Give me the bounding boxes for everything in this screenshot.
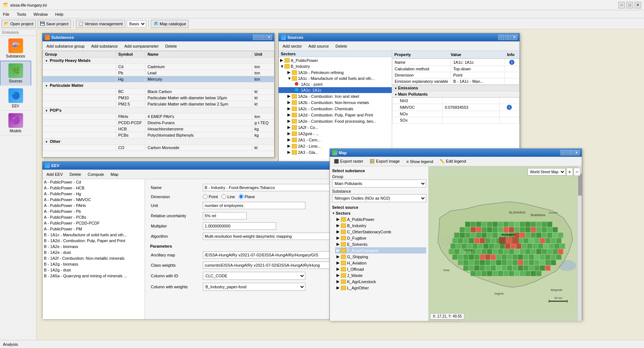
add-substance-group-btn[interactable]: Add substance group [44,43,87,49]
export-raster-btn[interactable]: ⬛ Export raster [331,158,366,165]
sources-close[interactable]: ✕ [511,35,517,40]
edit-legend-btn[interactable]: ✏️ Edit legend [437,158,469,165]
zoom-in-btn[interactable]: + [566,168,573,176]
eev-b-1a2f[interactable]: B - 1A2f - Combustion: Non-metallic mine… [42,255,145,261]
nmvoc-info[interactable]: i [499,104,519,111]
subst-co-row[interactable]: CO Carbon Monoxide kt [43,145,274,151]
eev-b-1a2e-dust[interactable]: B - 1A2e - dust [42,249,145,255]
map-catalogue-btn[interactable]: 🗺️ Map catalogue [151,20,189,28]
radio-line[interactable] [222,194,226,199]
menu-tools[interactable]: Tools [15,11,28,17]
sidebar-item-models[interactable]: 🟣 Models [0,111,31,136]
eev-b-1a2d[interactable]: B - 1A2d - Combustion: Pulp, Paper and P… [42,238,145,244]
eev-algorithm-input[interactable] [203,233,349,240]
substances-maximize[interactable]: □ [260,35,265,40]
eev-name-input[interactable] [203,184,335,191]
sources-minimize[interactable]: ─ [498,35,504,40]
delete-substance-btn[interactable]: Delete [163,43,179,49]
radio-line-label[interactable]: Line [222,194,235,199]
group-pops[interactable]: ▼ POP's [43,107,274,114]
menu-window[interactable]: Window [32,11,49,17]
param-colweights-select[interactable]: B_Industry_paper-food [203,283,305,291]
eev-a-pm[interactable]: A - PublicPower - PM [42,226,145,232]
eev-b-1a2g-biomass[interactable]: B - 1A2g - biomass [42,261,145,267]
eev-a-nmvoc[interactable]: A - PublicPower - NMVOC [42,197,145,203]
sector-1a1b[interactable]: ▶ 1A1b - Petroleum refining [279,69,392,75]
map-minimize[interactable]: ─ [561,150,566,155]
sector-1a2b[interactable]: ▶ 1A2b - Combustion: Non-ferrous metals [279,99,392,105]
subst-pm10-row[interactable]: PM10 Particulate Matter with diameter be… [43,95,274,101]
map-sector-k[interactable]: ▶ K_AgriLivestock [335,278,426,285]
subst-bc-row[interactable]: BC Black Carbon kt [43,89,274,95]
group-priority-heavy-metals[interactable]: ▼ Priority Heavy Metals [43,58,274,64]
menu-file[interactable]: File [1,11,11,17]
add-sector-btn[interactable]: Add sector [280,43,305,49]
eev-b-1a1c[interactable]: B - 1A1c - Manufacture of solid fuels an… [42,232,145,238]
compute-eev-btn[interactable]: Compute [85,171,107,178]
map-display[interactable]: World Street Map + − [429,166,582,321]
substances-close[interactable]: ✕ [266,35,272,40]
open-project-btn[interactable]: 📂 Open project [1,20,36,28]
sidebar-item-substances[interactable]: ⚗️ Substances [0,36,31,61]
substances-minimize[interactable]: ─ [253,35,259,40]
map-close[interactable]: ✕ [574,150,580,155]
eev-a-hg[interactable]: A - PublicPower - Hg [42,191,145,197]
group-particulate-matter[interactable]: ▼ Particulate Matter [43,82,274,89]
info-icon-name[interactable]: i [509,60,514,65]
add-substance-btn[interactable]: Add substance [89,43,120,49]
group-other[interactable]: ▼ Other [43,138,274,145]
subst-cd-row[interactable]: Cd Cadmium ton [43,64,274,70]
add-sumparameter-btn[interactable]: Add sumparameter [122,43,161,49]
prop-name-info[interactable]: i [504,59,519,66]
radio-plane[interactable] [239,194,243,199]
eev-a-pahs[interactable]: A - PublicPower - PAHs [42,203,145,208]
eev-list[interactable]: A - PublicPower - Cd A - PublicPower - H… [42,179,145,319]
zoom-out-btn[interactable]: − [574,168,580,176]
sector-1a2a[interactable]: ▶ 1A2a - Combustion: Iron and steel [279,93,392,99]
eev-a-pb[interactable]: A - PublicPower - Pb [42,208,145,214]
eev-relunc-input[interactable] [203,212,247,219]
eev-a-hcb[interactable]: A - PublicPower - HCB [42,185,145,191]
sector-1a2gviii[interactable]: ▶ 1A2gviii - ... [279,130,392,137]
radio-plane-label[interactable]: Plane [239,194,255,199]
nmvoc-info-icon[interactable]: i [507,105,512,110]
sector-1a2f[interactable]: ▶ 1A2f - Co... [279,124,392,130]
sector-a-public-power[interactable]: ▶ A_PublicPower [279,57,392,63]
map-sector-h[interactable]: ▶ H_Aviation [335,260,426,266]
sector-1a2d[interactable]: ▶ 1A2d - Combustion: Pulp, Paper and Pri… [279,112,392,118]
save-project-btn[interactable]: 💾 Save project [37,20,71,28]
radio-point-label[interactable]: Point [203,194,218,199]
subst-pb-row[interactable]: Pb Lead ton [43,70,274,76]
subst-hcb-row[interactable]: HCB Hexachlorobenzene kg [43,126,274,132]
minimize-btn[interactable]: ─ [618,2,625,8]
basis-select[interactable]: Basis [127,20,146,27]
subst-pcbs-row[interactable]: PCBs Polychlorinated Biphenyls kg [43,132,274,138]
delete-source-btn[interactable]: Delete [333,43,350,49]
substance-select[interactable]: Nitrogen Oxides (NOx as NO2) [332,194,426,202]
add-source-btn[interactable]: Add source [306,43,332,49]
map-sector-g[interactable]: ▶ G_Shipping [335,253,426,260]
map-sector-a[interactable]: ▶ A_PublicPower [335,216,426,222]
close-btn[interactable]: ✕ [634,2,641,8]
map-sector-j[interactable]: ▶ J_Waste [335,272,426,278]
eev-a-pcbs[interactable]: A - PublicPower - PCBs [42,214,145,220]
eev-b-1a2e-biomass[interactable]: B - 1A2e - biomass [42,244,145,249]
subst-pm25-row[interactable]: PM2.5 Particulate Matter with diameter b… [43,101,274,107]
group-select[interactable]: Main Pollutants Priority Heavy Metals PO… [332,179,426,188]
add-eev-btn[interactable]: Add EEV [44,171,66,178]
sector-1a1c-1a1c[interactable]: 1A1c: 1A1c [279,87,392,93]
substances-scroll[interactable]: Group Symbol Name Unit ▼ Priority Heavy … [42,51,274,158]
sector-b-industry[interactable]: ▼ B_Industry [279,63,392,69]
map-sector-d[interactable]: ▶ D_Fugitive [335,235,426,241]
sector-1a2e[interactable]: ▶ 1A2e - Combustion: Food processing, be… [279,118,392,124]
sidebar-item-sources[interactable]: 🌿 Sources [0,61,31,86]
subst-hg-row[interactable]: Hg Mercury ton [43,76,274,82]
param-colid-select[interactable]: CLC_CODE [203,272,305,280]
eev-multiplier-input[interactable] [203,222,276,230]
map-sector-f[interactable]: ▶ F_RoadTransport [335,247,426,253]
delete-eev-btn[interactable]: Delete [67,171,84,178]
maximize-btn[interactable]: □ [626,2,633,8]
eev-b-2a5a[interactable]: B - 2A5a - Quarrying and mining of miner… [42,273,145,279]
map-eev-btn[interactable]: Map [108,171,121,178]
menu-help[interactable]: Help [54,11,65,17]
